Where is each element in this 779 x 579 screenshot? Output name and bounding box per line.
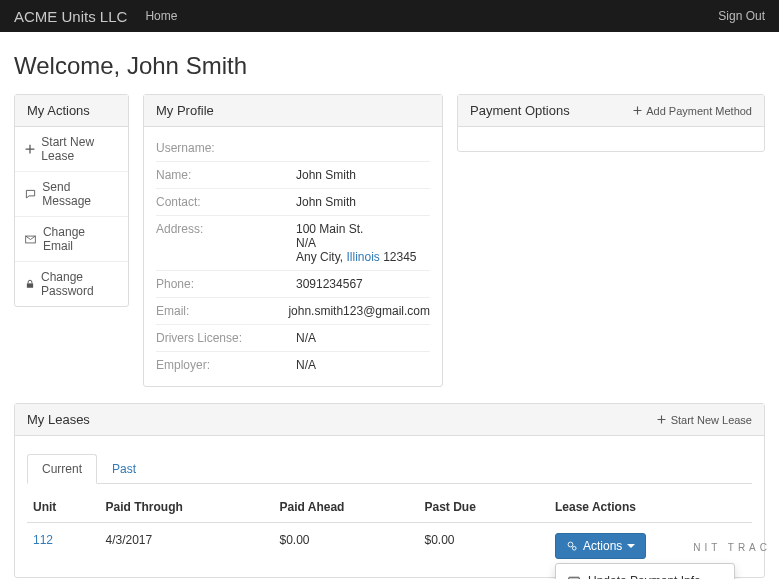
profile-value: 3091234567 xyxy=(296,277,430,291)
col-past-due: Past Due xyxy=(419,492,550,523)
profile-row-employer: Employer: N/A xyxy=(156,352,430,378)
plus-icon xyxy=(631,105,643,117)
action-change-password[interactable]: Change Password xyxy=(15,261,128,306)
profile-label: Username: xyxy=(156,141,296,155)
comment-icon xyxy=(25,188,36,200)
profile-label: Drivers License: xyxy=(156,331,296,345)
address-zip: 12345 xyxy=(383,250,416,264)
address-line2: N/A xyxy=(296,236,430,250)
col-unit: Unit xyxy=(27,492,100,523)
profile-label: Address: xyxy=(156,222,296,264)
table-header-row: Unit Paid Through Paid Ahead Past Due Le… xyxy=(27,492,752,523)
action-label: Start New Lease xyxy=(41,135,118,163)
payment-options-heading: Payment Options Add Payment Method xyxy=(458,95,764,127)
dropdown-update-payment-info[interactable]: Update Payment Info xyxy=(556,568,734,579)
profile-value: John Smith xyxy=(296,168,430,182)
lease-actions-dropdown: Update Payment Info Make Payment End Lea… xyxy=(555,563,735,579)
cell-past-due: $0.00 xyxy=(419,523,550,570)
brand[interactable]: ACME Units LLC xyxy=(14,8,127,25)
add-payment-label: Add Payment Method xyxy=(646,105,752,117)
my-actions-heading: My Actions xyxy=(15,95,128,127)
profile-value: N/A xyxy=(296,358,430,372)
payment-options-body xyxy=(458,127,764,151)
action-start-new-lease[interactable]: Start New Lease xyxy=(15,127,128,171)
cell-paid-through: 4/3/2017 xyxy=(100,523,274,570)
footer-watermark: NIT TRAC xyxy=(693,542,771,553)
action-label: Send Message xyxy=(42,180,118,208)
svg-point-2 xyxy=(568,542,573,547)
profile-label: Employer: xyxy=(156,358,296,372)
dropdown-label: Update Payment Info xyxy=(588,574,701,579)
profile-value: john.smith123@gmail.com xyxy=(288,304,430,318)
caret-down-icon xyxy=(627,544,635,548)
svg-rect-1 xyxy=(27,283,33,287)
svg-point-3 xyxy=(572,546,576,550)
payment-options-title: Payment Options xyxy=(470,103,570,118)
lock-icon xyxy=(25,278,35,290)
col-paid-through: Paid Through xyxy=(100,492,274,523)
lease-actions-button[interactable]: Actions xyxy=(555,533,646,559)
unit-link[interactable]: 112 xyxy=(33,533,53,547)
profile-row-contact: Contact: John Smith xyxy=(156,189,430,216)
profile-label: Name: xyxy=(156,168,296,182)
profile-label: Email: xyxy=(156,304,288,318)
col-lease-actions: Lease Actions xyxy=(549,492,752,523)
my-leases-panel: My Leases Start New Lease Current Past U… xyxy=(14,403,765,578)
nav-home[interactable]: Home xyxy=(145,9,177,23)
gears-icon xyxy=(566,540,578,552)
profile-row-name: Name: John Smith xyxy=(156,162,430,189)
navbar: ACME Units LLC Home Sign Out xyxy=(0,0,779,32)
plus-icon xyxy=(656,414,668,426)
actions-button-label: Actions xyxy=(583,539,622,553)
add-payment-method-button[interactable]: Add Payment Method xyxy=(631,105,752,117)
address-state-link[interactable]: Illinois xyxy=(346,250,379,264)
card-icon xyxy=(568,575,580,579)
start-new-lease-button[interactable]: Start New Lease xyxy=(656,414,752,426)
profile-address: 100 Main St. N/A Any City, Illinois 1234… xyxy=(296,222,430,264)
address-citystate: Any City, Illinois 12345 xyxy=(296,250,430,264)
lease-tabs: Current Past xyxy=(27,454,752,484)
my-leases-title: My Leases xyxy=(27,412,90,427)
profile-row-phone: Phone: 3091234567 xyxy=(156,271,430,298)
my-actions-panel: My Actions Start New Lease Send Message … xyxy=(14,94,129,307)
profile-row-address: Address: 100 Main St. N/A Any City, Illi… xyxy=(156,216,430,271)
envelope-icon xyxy=(25,233,37,245)
action-label: Change Password xyxy=(41,270,118,298)
my-leases-heading: My Leases Start New Lease xyxy=(15,404,764,436)
profile-value: N/A xyxy=(296,331,430,345)
profile-value xyxy=(296,141,430,155)
col-paid-ahead: Paid Ahead xyxy=(274,492,419,523)
start-new-lease-label: Start New Lease xyxy=(671,414,752,426)
lease-table: Unit Paid Through Paid Ahead Past Due Le… xyxy=(27,492,752,569)
profile-label: Phone: xyxy=(156,277,296,291)
nav-signout[interactable]: Sign Out xyxy=(718,9,765,23)
profile-row-username: Username: xyxy=(156,135,430,162)
table-row: 112 4/3/2017 $0.00 $0.00 Actions xyxy=(27,523,752,570)
address-line1: 100 Main St. xyxy=(296,222,430,236)
cell-paid-ahead: $0.00 xyxy=(274,523,419,570)
payment-options-panel: Payment Options Add Payment Method xyxy=(457,94,765,152)
action-change-email[interactable]: Change Email xyxy=(15,216,128,261)
page-title: Welcome, John Smith xyxy=(14,52,765,80)
my-profile-panel: My Profile Username: Name: John Smith Co… xyxy=(143,94,443,387)
profile-row-drivers-license: Drivers License: N/A xyxy=(156,325,430,352)
profile-row-email: Email: john.smith123@gmail.com xyxy=(156,298,430,325)
my-profile-heading: My Profile xyxy=(144,95,442,127)
tab-current[interactable]: Current xyxy=(27,454,97,484)
address-city: Any City xyxy=(296,250,340,264)
action-label: Change Email xyxy=(43,225,118,253)
plus-icon xyxy=(25,143,35,155)
profile-label: Contact: xyxy=(156,195,296,209)
action-send-message[interactable]: Send Message xyxy=(15,171,128,216)
profile-value: John Smith xyxy=(296,195,430,209)
tab-past[interactable]: Past xyxy=(97,454,151,484)
